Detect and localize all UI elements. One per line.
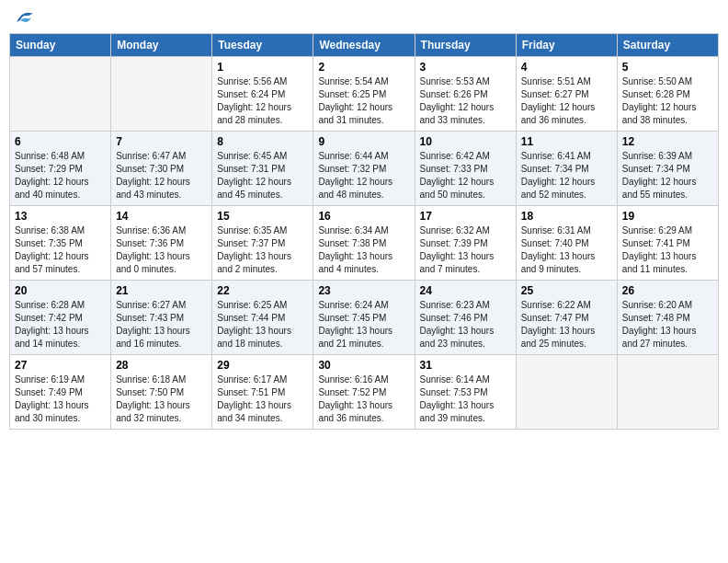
day-number: 23 xyxy=(318,284,409,297)
day-info: Sunrise: 6:45 AM Sunset: 7:31 PM Dayligh… xyxy=(217,150,308,201)
day-info: Sunrise: 6:41 AM Sunset: 7:34 PM Dayligh… xyxy=(521,150,612,201)
calendar-cell: 20Sunrise: 6:28 AM Sunset: 7:42 PM Dayli… xyxy=(10,281,111,355)
calendar-cell: 24Sunrise: 6:23 AM Sunset: 7:46 PM Dayli… xyxy=(415,281,516,355)
day-info: Sunrise: 6:48 AM Sunset: 7:29 PM Dayligh… xyxy=(15,150,106,201)
day-number: 24 xyxy=(420,284,511,297)
calendar-cell: 18Sunrise: 6:31 AM Sunset: 7:40 PM Dayli… xyxy=(516,206,617,281)
day-number: 2 xyxy=(318,61,409,74)
day-info: Sunrise: 6:34 AM Sunset: 7:38 PM Dayligh… xyxy=(318,224,409,276)
day-number: 1 xyxy=(217,61,308,74)
calendar-cell: 31Sunrise: 6:14 AM Sunset: 7:53 PM Dayli… xyxy=(415,355,516,430)
logo-bird-icon xyxy=(15,9,35,26)
calendar-cell: 19Sunrise: 6:29 AM Sunset: 7:41 PM Dayli… xyxy=(617,206,718,281)
calendar-cell: 22Sunrise: 6:25 AM Sunset: 7:44 PM Dayli… xyxy=(212,281,313,355)
day-number: 3 xyxy=(420,61,511,74)
calendar-cell: 28Sunrise: 6:18 AM Sunset: 7:50 PM Dayli… xyxy=(111,355,212,430)
calendar-cell: 27Sunrise: 6:19 AM Sunset: 7:49 PM Dayli… xyxy=(10,355,111,430)
day-info: Sunrise: 6:19 AM Sunset: 7:49 PM Dayligh… xyxy=(15,373,106,425)
col-header-saturday: Saturday xyxy=(617,34,718,57)
day-number: 29 xyxy=(217,359,308,372)
day-info: Sunrise: 6:42 AM Sunset: 7:33 PM Dayligh… xyxy=(420,150,511,201)
day-number: 14 xyxy=(116,210,207,223)
day-number: 4 xyxy=(521,61,612,74)
calendar-cell: 11Sunrise: 6:41 AM Sunset: 7:34 PM Dayli… xyxy=(516,132,617,206)
col-header-tuesday: Tuesday xyxy=(212,34,313,57)
day-info: Sunrise: 6:35 AM Sunset: 7:37 PM Dayligh… xyxy=(217,224,308,276)
logo xyxy=(13,9,35,26)
day-number: 12 xyxy=(622,135,713,148)
day-number: 30 xyxy=(318,359,409,372)
calendar-cell: 25Sunrise: 6:22 AM Sunset: 7:47 PM Dayli… xyxy=(516,281,617,355)
day-number: 15 xyxy=(217,210,308,223)
calendar-week-row: 27Sunrise: 6:19 AM Sunset: 7:49 PM Dayli… xyxy=(10,355,719,430)
calendar-cell: 8Sunrise: 6:45 AM Sunset: 7:31 PM Daylig… xyxy=(212,132,313,206)
day-number: 17 xyxy=(420,210,511,223)
calendar-cell: 30Sunrise: 6:16 AM Sunset: 7:52 PM Dayli… xyxy=(313,355,415,430)
calendar-cell: 9Sunrise: 6:44 AM Sunset: 7:32 PM Daylig… xyxy=(313,132,415,206)
calendar-cell: 26Sunrise: 6:20 AM Sunset: 7:48 PM Dayli… xyxy=(617,281,718,355)
calendar-cell: 7Sunrise: 6:47 AM Sunset: 7:30 PM Daylig… xyxy=(111,132,212,206)
day-number: 20 xyxy=(15,284,106,297)
day-number: 26 xyxy=(622,284,713,297)
day-number: 21 xyxy=(116,284,207,297)
calendar-cell: 2Sunrise: 5:54 AM Sunset: 6:25 PM Daylig… xyxy=(313,57,415,132)
calendar-table: SundayMondayTuesdayWednesdayThursdayFrid… xyxy=(9,33,719,430)
calendar-cell: 10Sunrise: 6:42 AM Sunset: 7:33 PM Dayli… xyxy=(415,132,516,206)
calendar-cell: 6Sunrise: 6:48 AM Sunset: 7:29 PM Daylig… xyxy=(10,132,111,206)
calendar-week-row: 6Sunrise: 6:48 AM Sunset: 7:29 PM Daylig… xyxy=(10,132,719,206)
day-info: Sunrise: 6:39 AM Sunset: 7:34 PM Dayligh… xyxy=(622,150,713,201)
day-info: Sunrise: 6:32 AM Sunset: 7:39 PM Dayligh… xyxy=(420,224,511,276)
col-header-wednesday: Wednesday xyxy=(313,34,415,57)
day-number: 19 xyxy=(622,210,713,223)
day-number: 25 xyxy=(521,284,612,297)
day-number: 7 xyxy=(116,135,207,148)
day-info: Sunrise: 6:28 AM Sunset: 7:42 PM Dayligh… xyxy=(15,299,106,350)
calendar-week-row: 20Sunrise: 6:28 AM Sunset: 7:42 PM Dayli… xyxy=(10,281,719,355)
calendar-cell: 5Sunrise: 5:50 AM Sunset: 6:28 PM Daylig… xyxy=(617,57,718,132)
day-info: Sunrise: 6:20 AM Sunset: 7:48 PM Dayligh… xyxy=(622,299,713,350)
calendar-cell: 14Sunrise: 6:36 AM Sunset: 7:36 PM Dayli… xyxy=(111,206,212,281)
day-info: Sunrise: 6:47 AM Sunset: 7:30 PM Dayligh… xyxy=(116,150,207,201)
calendar-cell: 1Sunrise: 5:56 AM Sunset: 6:24 PM Daylig… xyxy=(212,57,313,132)
day-info: Sunrise: 5:51 AM Sunset: 6:27 PM Dayligh… xyxy=(521,75,612,127)
col-header-monday: Monday xyxy=(111,34,212,57)
calendar-cell: 23Sunrise: 6:24 AM Sunset: 7:45 PM Dayli… xyxy=(313,281,415,355)
day-info: Sunrise: 6:31 AM Sunset: 7:40 PM Dayligh… xyxy=(521,224,612,276)
day-number: 16 xyxy=(318,210,409,223)
day-number: 11 xyxy=(521,135,612,148)
day-info: Sunrise: 6:14 AM Sunset: 7:53 PM Dayligh… xyxy=(420,373,511,425)
day-number: 5 xyxy=(622,61,713,74)
day-number: 10 xyxy=(420,135,511,148)
day-number: 6 xyxy=(15,135,106,148)
calendar-cell: 21Sunrise: 6:27 AM Sunset: 7:43 PM Dayli… xyxy=(111,281,212,355)
day-number: 31 xyxy=(420,359,511,372)
col-header-sunday: Sunday xyxy=(10,34,111,57)
day-info: Sunrise: 6:16 AM Sunset: 7:52 PM Dayligh… xyxy=(318,373,409,425)
calendar-header-row: SundayMondayTuesdayWednesdayThursdayFrid… xyxy=(10,34,719,57)
day-number: 28 xyxy=(116,359,207,372)
calendar-cell xyxy=(10,57,111,132)
col-header-friday: Friday xyxy=(516,34,617,57)
calendar-week-row: 13Sunrise: 6:38 AM Sunset: 7:35 PM Dayli… xyxy=(10,206,719,281)
day-number: 18 xyxy=(521,210,612,223)
calendar-cell: 13Sunrise: 6:38 AM Sunset: 7:35 PM Dayli… xyxy=(10,206,111,281)
calendar-cell: 16Sunrise: 6:34 AM Sunset: 7:38 PM Dayli… xyxy=(313,206,415,281)
calendar-cell xyxy=(111,57,212,132)
day-info: Sunrise: 6:17 AM Sunset: 7:51 PM Dayligh… xyxy=(217,373,308,425)
day-info: Sunrise: 6:44 AM Sunset: 7:32 PM Dayligh… xyxy=(318,150,409,201)
calendar-cell: 12Sunrise: 6:39 AM Sunset: 7:34 PM Dayli… xyxy=(617,132,718,206)
calendar-week-row: 1Sunrise: 5:56 AM Sunset: 6:24 PM Daylig… xyxy=(10,57,719,132)
day-info: Sunrise: 5:50 AM Sunset: 6:28 PM Dayligh… xyxy=(622,75,713,127)
col-header-thursday: Thursday xyxy=(415,34,516,57)
day-info: Sunrise: 5:54 AM Sunset: 6:25 PM Dayligh… xyxy=(318,75,409,127)
day-info: Sunrise: 6:18 AM Sunset: 7:50 PM Dayligh… xyxy=(116,373,207,425)
calendar-cell: 3Sunrise: 5:53 AM Sunset: 6:26 PM Daylig… xyxy=(415,57,516,132)
day-number: 8 xyxy=(217,135,308,148)
calendar-cell: 29Sunrise: 6:17 AM Sunset: 7:51 PM Dayli… xyxy=(212,355,313,430)
day-info: Sunrise: 6:25 AM Sunset: 7:44 PM Dayligh… xyxy=(217,299,308,350)
day-number: 9 xyxy=(318,135,409,148)
day-info: Sunrise: 5:56 AM Sunset: 6:24 PM Dayligh… xyxy=(217,75,308,127)
day-number: 22 xyxy=(217,284,308,297)
calendar-cell: 4Sunrise: 5:51 AM Sunset: 6:27 PM Daylig… xyxy=(516,57,617,132)
day-info: Sunrise: 5:53 AM Sunset: 6:26 PM Dayligh… xyxy=(420,75,511,127)
